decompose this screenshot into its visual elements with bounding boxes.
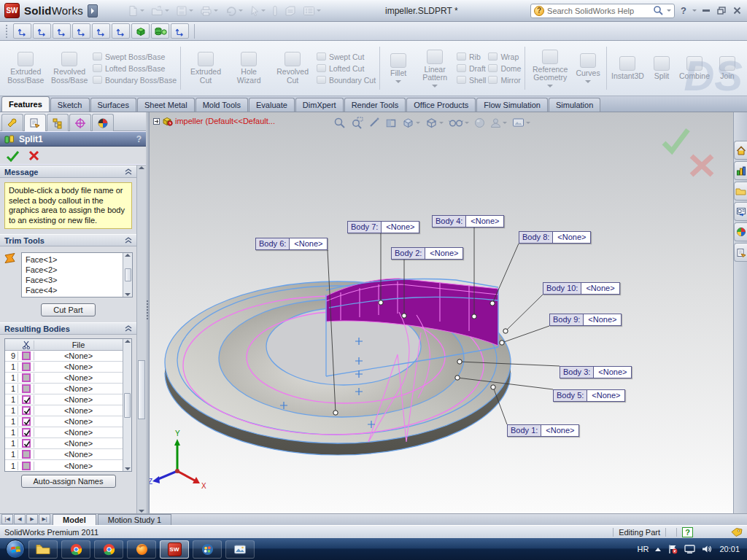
restore-button[interactable] <box>717 7 726 15</box>
axis-view-button-4[interactable] <box>72 23 90 39</box>
hide-show-items-button[interactable] <box>449 117 469 128</box>
consume-checkbox[interactable] <box>22 395 31 404</box>
tab-surfaces[interactable]: Surfaces <box>90 98 136 112</box>
undo-button[interactable] <box>225 5 243 17</box>
configuration-manager-tab[interactable] <box>47 114 69 131</box>
tab-mold-tools[interactable]: Mold Tools <box>196 98 248 112</box>
body-file-cell[interactable]: <None> <box>34 450 123 459</box>
motion-nav-button[interactable]: ▶ <box>26 514 38 524</box>
collapse-chevron-icon[interactable] <box>125 168 132 175</box>
callout-value[interactable]: <None> <box>541 425 578 436</box>
tab-dimxpert[interactable]: DimXpert <box>295 98 344 112</box>
wrap-button[interactable]: Wrap <box>488 52 521 61</box>
print-button[interactable] <box>200 5 218 17</box>
menu-expand-button[interactable] <box>88 4 98 18</box>
model-tab[interactable]: Model <box>53 514 96 525</box>
select-pointer-button[interactable] <box>249 5 266 17</box>
zoom-to-fit-button[interactable] <box>333 117 346 129</box>
consume-checkbox[interactable] <box>22 417 31 426</box>
linear-pattern-button[interactable]: Linear Pattern <box>415 48 454 89</box>
consume-checkbox[interactable] <box>22 351 31 360</box>
save-button[interactable] <box>176 5 193 17</box>
tab-sheet-metal[interactable]: Sheet Metal <box>137 98 195 112</box>
callout-value[interactable]: <None> <box>382 222 419 233</box>
draft-button[interactable]: Draft <box>457 64 486 73</box>
body-callout[interactable]: Body 10:<None> <box>543 282 620 295</box>
body-row[interactable]: 1<None> <box>5 362 123 373</box>
feature-manager-tab[interactable] <box>1 114 23 131</box>
body-row[interactable]: 9<None> <box>5 351 123 362</box>
open-document-button[interactable] <box>151 5 169 17</box>
zoom-to-area-button[interactable] <box>351 117 363 129</box>
body-callout[interactable]: Body 7:<None> <box>347 221 419 233</box>
flyout-feature-tree[interactable]: impeller (Default<<Default... <box>153 116 275 126</box>
bodies-scrollbar[interactable] <box>123 339 131 471</box>
panel-help-button[interactable]: ? <box>136 134 142 144</box>
action-center-icon[interactable] <box>667 544 678 554</box>
consume-checkbox[interactable] <box>22 362 31 371</box>
reference-geometry-button[interactable]: Reference Geometry <box>529 48 571 89</box>
dome-button[interactable]: Dome <box>488 64 521 73</box>
tab-flow-simulation[interactable]: Flow Simulation <box>476 98 548 112</box>
graphics-area[interactable]: Y X Z Body 6:<None>Body 7:<None>Body 2:<… <box>150 112 733 513</box>
display-manager-tab[interactable] <box>92 114 114 131</box>
callout-value[interactable]: <None> <box>290 238 327 249</box>
body-callout[interactable]: Body 2:<None> <box>391 247 463 260</box>
motion-study-tab[interactable]: Motion Study 1 <box>98 514 171 525</box>
consume-checkbox[interactable] <box>22 439 31 448</box>
help-button[interactable]: ? <box>681 5 686 16</box>
callout-value[interactable]: <None> <box>553 232 590 243</box>
rib-button[interactable]: Rib <box>457 52 486 61</box>
body-row[interactable]: 1<None> <box>5 427 123 438</box>
combine-button[interactable]: Combine <box>678 55 711 82</box>
axis-view-button-5[interactable] <box>92 23 110 39</box>
body-row[interactable]: 1<None> <box>5 449 123 460</box>
start-button[interactable] <box>6 540 25 559</box>
multi-view-button[interactable] <box>151 23 169 39</box>
appearances-scenes-tab[interactable] <box>734 222 747 241</box>
rebuild-button[interactable] <box>272 5 278 17</box>
body-file-cell[interactable]: <None> <box>34 417 123 426</box>
tag-icon[interactable] <box>731 527 743 537</box>
auto-assign-names-button[interactable]: Auto-assign Names <box>21 475 116 488</box>
consume-checkbox[interactable] <box>22 373 31 382</box>
boundary-boss-base-button[interactable]: Boundary Boss/Base <box>93 76 177 85</box>
body-file-cell[interactable]: <None> <box>34 439 123 448</box>
taskbar-chrome-button-2[interactable] <box>94 540 123 559</box>
body-row[interactable]: 1<None> <box>5 394 123 405</box>
taskbar-firefox-button[interactable] <box>127 540 156 559</box>
instant3d-button[interactable]: Instant3D <box>611 55 645 82</box>
network-icon[interactable] <box>684 545 695 554</box>
body-row[interactable]: 1<None> <box>5 460 123 471</box>
view-orientation-button[interactable] <box>402 117 420 128</box>
view-palette-tab[interactable] <box>734 202 747 221</box>
callout-value[interactable]: <None> <box>581 283 619 294</box>
property-manager-tab[interactable] <box>24 114 46 131</box>
axis-view-button-1[interactable] <box>13 23 31 39</box>
section-view-button[interactable] <box>385 117 397 128</box>
file-explorer-tab[interactable] <box>734 182 747 201</box>
file-properties-button[interactable] <box>285 5 296 17</box>
face-list-item[interactable]: Face<1> <box>26 254 121 265</box>
callout-value[interactable]: <None> <box>587 390 624 401</box>
fillet-button[interactable]: Fillet <box>384 52 413 85</box>
face-list-item[interactable]: Face<2> <box>26 265 121 275</box>
callout-value[interactable]: <None> <box>466 216 503 227</box>
minimize-button[interactable] <box>703 9 710 12</box>
body-row[interactable]: 1<None> <box>5 384 123 394</box>
body-file-cell[interactable]: <None> <box>34 373 123 382</box>
message-section-header[interactable]: Message <box>0 166 136 178</box>
cancel-button[interactable] <box>28 150 39 161</box>
axis-view-button-2[interactable] <box>33 23 51 39</box>
callout-value[interactable]: <None> <box>584 314 621 325</box>
body-row[interactable]: 1<None> <box>5 405 123 416</box>
mirror-button[interactable]: Mirror <box>488 76 521 85</box>
face-list-item[interactable]: Face<4> <box>26 285 121 295</box>
boundary-cut-button[interactable]: Boundary Cut <box>317 76 376 85</box>
motion-nav-button[interactable]: |◀ <box>1 514 13 524</box>
body-file-cell[interactable]: <None> <box>34 462 123 470</box>
search-icon[interactable] <box>653 5 664 16</box>
clock[interactable]: 20:01 <box>719 545 740 553</box>
language-indicator[interactable]: HR <box>638 545 649 553</box>
lofted-cut-button[interactable]: Lofted Cut <box>317 64 376 73</box>
